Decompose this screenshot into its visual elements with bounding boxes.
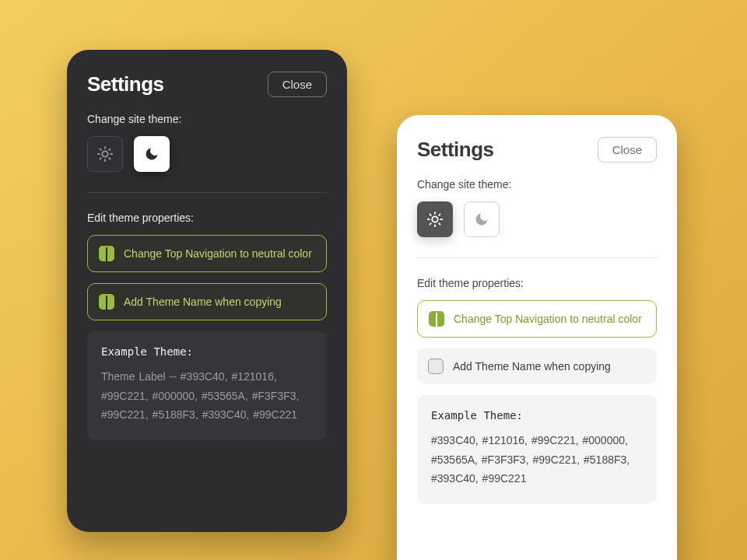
svg-line-16 xyxy=(430,223,430,224)
svg-line-12 xyxy=(430,214,430,215)
checkbox-theme-name-copy[interactable] xyxy=(99,294,114,310)
sun-icon xyxy=(96,145,114,163)
svg-line-13 xyxy=(439,223,440,224)
option-theme-name-copy[interactable]: Add Theme Name when copying xyxy=(417,348,657,384)
settings-panel-dark: Settings Close Change site theme: xyxy=(67,50,347,532)
example-theme-body: Theme Label -- #393C40, #121016, #99C221… xyxy=(101,367,313,425)
option-label: Add Theme Name when copying xyxy=(453,360,611,373)
theme-toggle xyxy=(87,136,327,172)
page-title: Settings xyxy=(87,72,164,96)
svg-line-4 xyxy=(109,158,110,159)
moon-icon xyxy=(474,212,489,227)
svg-point-0 xyxy=(102,151,107,156)
close-button[interactable]: Close xyxy=(268,72,327,97)
checkbox-theme-name-copy[interactable] xyxy=(428,359,444,374)
example-theme-body: #393C40, #121016, #99C221, #000000, #535… xyxy=(431,431,643,488)
example-theme-title: Example Theme: xyxy=(431,409,643,422)
checkbox-neutral-nav[interactable] xyxy=(429,311,444,327)
option-theme-name-copy[interactable]: Add Theme Name when copying xyxy=(87,283,327,320)
theme-toggle xyxy=(417,201,657,237)
theme-section-label: Change site theme: xyxy=(87,113,327,125)
sun-icon xyxy=(426,211,444,228)
example-theme-box: Example Theme: #393C40, #121016, #99C221… xyxy=(417,395,657,504)
option-label: Change Top Navigation to neutral color xyxy=(124,247,312,260)
close-button[interactable]: Close xyxy=(598,137,657,163)
svg-line-7 xyxy=(100,158,100,159)
dark-theme-button[interactable] xyxy=(134,136,170,172)
check-icon xyxy=(106,247,107,260)
light-theme-button[interactable] xyxy=(87,136,123,172)
properties-section-label: Edit theme properties: xyxy=(87,212,327,224)
panel-header: Settings Close xyxy=(417,137,657,163)
example-theme-box: Example Theme: Theme Label -- #393C40, #… xyxy=(87,331,327,440)
check-icon xyxy=(106,296,107,308)
option-label: Change Top Navigation to neutral color xyxy=(454,313,642,325)
example-theme-title: Example Theme: xyxy=(101,345,313,358)
theme-section-label: Change site theme: xyxy=(417,178,657,191)
panel-header: Settings Close xyxy=(87,72,327,97)
svg-line-3 xyxy=(100,149,100,149)
moon-icon xyxy=(144,146,160,162)
checkbox-neutral-nav[interactable] xyxy=(99,246,114,261)
properties-section-label: Edit theme properties: xyxy=(417,277,657,289)
divider xyxy=(87,192,327,193)
check-icon xyxy=(436,313,437,325)
svg-line-8 xyxy=(109,149,110,149)
option-neutral-nav[interactable]: Change Top Navigation to neutral color xyxy=(87,235,327,272)
page-title: Settings xyxy=(417,138,494,162)
svg-line-17 xyxy=(439,214,440,215)
svg-point-9 xyxy=(432,216,437,222)
light-theme-button[interactable] xyxy=(417,201,453,237)
settings-panel-light: Settings Close Change site theme: xyxy=(397,115,677,560)
option-label: Add Theme Name when copying xyxy=(124,296,282,308)
dark-theme-button[interactable] xyxy=(464,201,500,237)
option-neutral-nav[interactable]: Change Top Navigation to neutral color xyxy=(417,300,657,338)
divider xyxy=(417,257,657,258)
